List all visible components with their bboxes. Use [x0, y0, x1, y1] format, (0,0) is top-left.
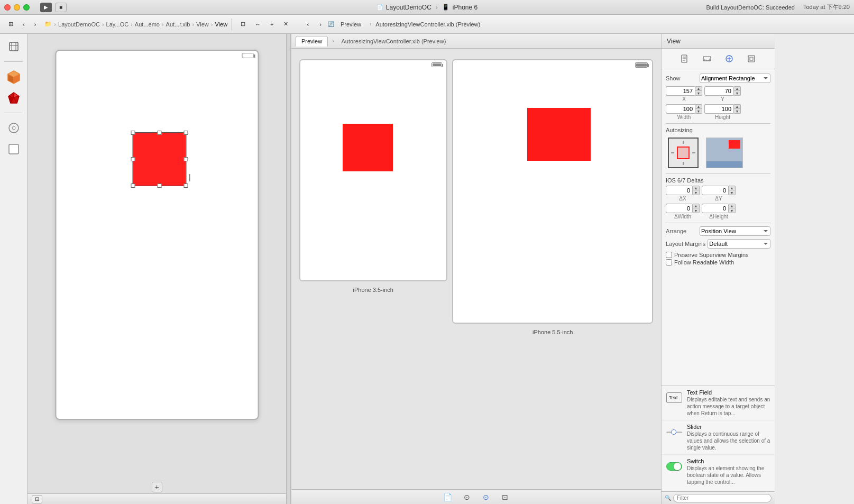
preview-nav-forward[interactable]: ›	[315, 20, 326, 29]
x-input[interactable]	[666, 86, 695, 96]
arrange-label: Arrange	[666, 228, 697, 234]
right-panel: View Show Alignment Rectang	[661, 34, 775, 504]
wh-row: ▲ ▼ Width ▲ ▼ Height	[666, 104, 770, 120]
handle-mid-left[interactable]	[131, 157, 135, 161]
delta-h-input[interactable]	[702, 204, 728, 213]
y-stepper-down[interactable]: ▼	[733, 91, 741, 96]
handle-bot-mid[interactable]	[157, 184, 161, 188]
preview-label: Preview	[336, 20, 365, 29]
arrange-row: Arrange Position View	[666, 226, 770, 236]
cursor-indicator	[189, 174, 190, 181]
delta-w-stepper: ▲ ▼	[692, 204, 700, 213]
xy-row: ▲ ▼ X ▲ ▼ Y	[666, 86, 770, 102]
tool-selector[interactable]	[5, 38, 22, 55]
tab-size-icon[interactable]	[723, 53, 735, 65]
grid-view-btn[interactable]: ⊞	[4, 19, 17, 29]
preview-nav-back[interactable]: ‹	[303, 20, 314, 29]
follow-readable-checkbox[interactable]	[666, 259, 672, 265]
text-field-icon: Text	[666, 389, 683, 406]
tab-ruler-icon[interactable]	[701, 53, 713, 65]
add-btn[interactable]: +	[266, 20, 278, 29]
breadcrumb-3[interactable]: Aut...emo	[135, 21, 160, 28]
svg-rect-27	[748, 56, 755, 62]
arrange-dropdown[interactable]: Position View	[700, 226, 770, 236]
autosizing-preview-red	[729, 140, 740, 149]
breadcrumb-2[interactable]: Lay...OC	[106, 21, 129, 28]
height-input[interactable]	[704, 104, 733, 114]
breadcrumb-4[interactable]: Aut...r.xib	[166, 21, 190, 28]
y-input[interactable]	[704, 86, 733, 96]
close-button[interactable]	[4, 4, 11, 11]
preview-tool-arrow[interactable]: ⊙	[462, 492, 472, 502]
tool-gem[interactable]	[5, 89, 22, 106]
handle-bot-right[interactable]	[183, 184, 188, 188]
delta-x-input[interactable]	[666, 186, 692, 195]
preview-tool-circle-active[interactable]: ⊙	[481, 492, 491, 502]
delta-w-up[interactable]: ▲	[692, 204, 700, 208]
delta-y-up[interactable]: ▲	[728, 186, 736, 190]
tab-alt-icon[interactable]	[746, 53, 757, 65]
filter-input[interactable]	[673, 494, 772, 502]
preview-55-red-square	[527, 108, 591, 161]
delta-y-stepper: ▲ ▼	[728, 186, 736, 195]
width-stepper-down[interactable]: ▼	[695, 109, 702, 114]
breadcrumb-5[interactable]: View	[196, 21, 209, 28]
outline-view-btn[interactable]: ⊡	[32, 495, 42, 503]
width-stepper: ▲ ▼	[695, 104, 702, 114]
autosizing-preview	[706, 138, 743, 168]
layout-margins-dropdown[interactable]: Default	[708, 239, 770, 249]
tab-preview-file[interactable]: AutoresizingViewController.xib (Preview)	[336, 36, 451, 46]
handle-top-mid[interactable]	[157, 131, 161, 135]
delta-x-up[interactable]: ▲	[692, 186, 700, 190]
tab-preview[interactable]: Preview	[296, 36, 328, 47]
delta-y-down[interactable]: ▼	[728, 190, 736, 195]
height-stepper-up[interactable]: ▲	[733, 104, 741, 109]
width-stepper-up[interactable]: ▲	[695, 104, 702, 109]
delta-y-input[interactable]	[702, 186, 728, 195]
autosizing-widget[interactable]	[668, 138, 699, 168]
tool-square[interactable]	[5, 141, 22, 158]
run-button[interactable]: ▶	[40, 3, 52, 12]
minimize-button[interactable]	[14, 4, 20, 11]
canvas-statusbar	[242, 53, 253, 58]
separator-1	[232, 19, 232, 30]
close-panel-btn[interactable]: ✕	[279, 19, 292, 29]
preview-35-statusbar	[431, 62, 442, 67]
panel-divider[interactable]	[287, 34, 291, 504]
preserve-margins-checkbox[interactable]	[666, 252, 672, 258]
nav-btn[interactable]: ↔	[251, 20, 265, 29]
preview-tool-doc[interactable]: 📄	[443, 492, 453, 502]
canvas-panel[interactable]: + ⊡	[27, 34, 286, 504]
stop-button[interactable]: ■	[55, 3, 67, 12]
delta-w-down[interactable]: ▼	[692, 208, 700, 213]
delta-w-input[interactable]	[666, 204, 692, 213]
show-dropdown[interactable]: Alignment Rectangle	[700, 74, 770, 83]
width-input[interactable]	[666, 104, 695, 114]
divider-1	[666, 123, 770, 124]
handle-mid-right[interactable]	[183, 157, 188, 161]
height-stepper-down[interactable]: ▼	[733, 109, 741, 114]
back-btn[interactable]: ‹	[19, 20, 29, 29]
breadcrumb-1[interactable]: LayoutDemoOC	[58, 21, 100, 28]
tab-file-icon[interactable]	[679, 53, 691, 65]
preview-tool-square[interactable]: ⊡	[500, 492, 510, 502]
tool-circle[interactable]	[5, 120, 22, 136]
red-square-view[interactable]	[133, 133, 186, 186]
add-scene-btn[interactable]: +	[152, 482, 162, 492]
delta-h-up[interactable]: ▲	[728, 204, 736, 208]
forward-btn[interactable]: ›	[30, 20, 41, 29]
handle-bot-left[interactable]	[131, 184, 135, 188]
editor-only-btn[interactable]: ⊡	[236, 19, 250, 29]
y-stepper-up[interactable]: ▲	[733, 86, 741, 91]
breadcrumb-current[interactable]: View	[215, 21, 227, 28]
handle-top-right[interactable]	[183, 131, 188, 135]
delta-x-down[interactable]: ▼	[692, 190, 700, 195]
x-stepper-up[interactable]: ▲	[695, 86, 702, 91]
fullscreen-button[interactable]	[23, 4, 30, 11]
handle-top-left[interactable]	[131, 131, 135, 135]
delta-h-down[interactable]: ▼	[728, 208, 736, 213]
height-input-stepper: ▲ ▼	[704, 104, 741, 114]
breadcrumb-root[interactable]: 📁	[44, 21, 52, 28]
x-stepper-down[interactable]: ▼	[695, 91, 702, 96]
tool-3d-cube[interactable]	[5, 68, 22, 85]
